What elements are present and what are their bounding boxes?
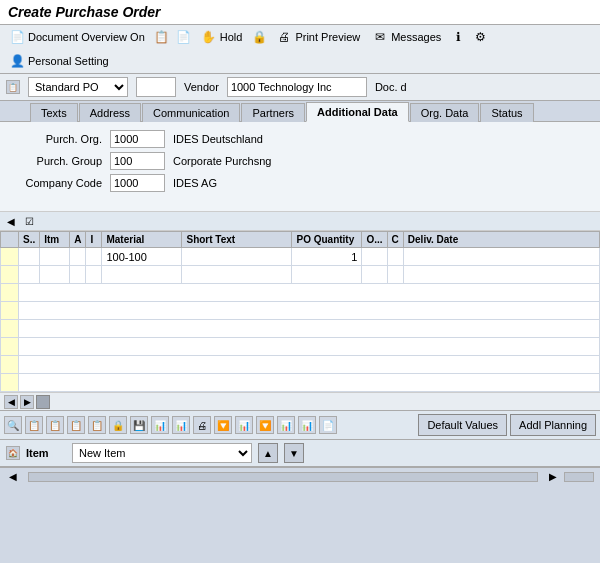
bottom-icon-filter[interactable]: 🔽 [214,416,232,434]
doc-label: Doc. d [375,81,407,93]
row-empty-3 [19,284,600,302]
row-deliv-2 [403,266,599,284]
bottom-icon-2[interactable]: 📋 [46,416,64,434]
bottom-icon-save[interactable]: 💾 [130,416,148,434]
row-checkbox-4[interactable] [1,302,19,320]
default-values-button[interactable]: Default Values [418,414,507,436]
scroll-thumb[interactable] [36,395,50,409]
table-row[interactable] [1,338,600,356]
hold-icon: ✋ [201,29,217,45]
table-row[interactable] [1,266,600,284]
table-row[interactable] [1,284,600,302]
bottom-icon-chart[interactable]: 📊 [151,416,169,434]
form-row-purch-group: Purch. Group Corporate Purchsng [12,152,588,170]
bottom-icon-4[interactable]: 📋 [88,416,106,434]
toolbar-icon-2[interactable]: 📄 [176,29,192,45]
tabs-row: Texts Address Communication Partners Add… [0,101,600,122]
toolbar-hold[interactable]: ✋ Hold [198,28,246,46]
row-c-1 [387,248,403,266]
tab-org-data[interactable]: Org. Data [410,103,480,122]
tab-status[interactable]: Status [480,103,533,122]
bottom-icon-9[interactable]: 📄 [319,416,337,434]
row-a-2 [70,266,86,284]
grid-select-all-icon[interactable]: ☑ [22,214,36,228]
item-nav-down[interactable]: ▼ [284,443,304,463]
row-checkbox-6[interactable] [1,338,19,356]
toolbar-print-preview[interactable]: 🖨 Print Preview [273,28,363,46]
row-checkbox-2[interactable] [1,266,19,284]
toolbar-messages[interactable]: ✉ Messages [369,28,444,46]
scroll-right-btn[interactable]: ▶ [20,395,34,409]
scroll-left-btn[interactable]: ◀ [4,395,18,409]
row-material-2[interactable] [102,266,182,284]
status-scrollbar[interactable] [28,472,538,482]
toolbar-doc-overview[interactable]: 📄 Document Overview On [6,28,148,46]
bottom-icon-print[interactable]: 🖨 [193,416,211,434]
row-checkbox-7[interactable] [1,356,19,374]
toolbar-icon-1[interactable]: 📋 [154,29,170,45]
addl-planning-button[interactable]: Addl Planning [510,414,596,436]
row-itm-2 [40,266,70,284]
grid-nav-icon[interactable]: ◀ [4,214,18,228]
company-code-input[interactable] [110,174,165,192]
bottom-icon-table[interactable]: 📊 [172,416,190,434]
col-o: O... [362,232,387,248]
toolbar-personal-setting[interactable]: 👤 Personal Setting [6,52,112,70]
row-c-2 [387,266,403,284]
tab-address[interactable]: Address [79,103,141,122]
item-nav-up[interactable]: ▲ [258,443,278,463]
grid-table: S.. Itm A I Material Short Text PO Quant… [0,231,600,392]
row-checkbox-1[interactable] [1,248,19,266]
bottom-icon-lock[interactable]: 🔒 [109,416,127,434]
row-empty-7 [19,356,600,374]
table-row[interactable] [1,302,600,320]
tab-texts[interactable]: Texts [30,103,78,122]
tab-communication[interactable]: Communication [142,103,240,122]
row-po-qty-1[interactable]: 1 [292,248,362,266]
bottom-icon-3[interactable]: 📋 [67,416,85,434]
col-short-text: Short Text [182,232,292,248]
col-s: S.. [19,232,40,248]
header-field-1[interactable] [136,77,176,97]
row-empty-5 [19,320,600,338]
doc-type-select[interactable]: Standard PO [28,77,128,97]
row-checkbox-3[interactable] [1,284,19,302]
row-itm-1 [40,248,70,266]
row-po-qty-2[interactable] [292,266,362,284]
purch-group-label: Purch. Group [12,155,102,167]
bottom-icon-5[interactable]: 📊 [235,416,253,434]
col-deliv-date: Deliv. Date [403,232,599,248]
toolbar-icon-settings[interactable]: ⚙ [472,29,488,45]
col-itm: Itm [40,232,70,248]
bottom-icon-7[interactable]: 📊 [277,416,295,434]
row-short-text-2[interactable] [182,266,292,284]
row-s-2 [19,266,40,284]
purch-org-input[interactable] [110,130,165,148]
row-deliv-1 [403,248,599,266]
table-row[interactable]: 100-100 1 [1,248,600,266]
table-row[interactable] [1,320,600,338]
bottom-icon-8[interactable]: 📊 [298,416,316,434]
bottom-icon-search[interactable]: 🔍 [4,416,22,434]
toolbar-print-label: Print Preview [295,31,360,43]
table-row[interactable] [1,356,600,374]
row-empty-6 [19,338,600,356]
grid-toolbar: ◀ ☑ [0,212,600,231]
item-select[interactable]: New Item [72,443,252,463]
table-row[interactable] [1,374,600,392]
row-material-1[interactable]: 100-100 [102,248,182,266]
title-bar: Create Purchase Order [0,0,600,25]
row-checkbox-5[interactable] [1,320,19,338]
tab-partners[interactable]: Partners [241,103,305,122]
col-i: I [86,232,102,248]
row-short-text-1[interactable] [182,248,292,266]
row-checkbox-8[interactable] [1,374,19,392]
bottom-icon-1[interactable]: 📋 [25,416,43,434]
vendor-input[interactable] [227,77,367,97]
bottom-icon-6[interactable]: 🔽 [256,416,274,434]
toolbar-icon-info[interactable]: ℹ [450,29,466,45]
tab-additional-data[interactable]: Additional Data [306,102,409,122]
purch-group-input[interactable] [110,152,165,170]
toolbar-icon-lock[interactable]: 🔒 [251,29,267,45]
row-empty-8 [19,374,600,392]
